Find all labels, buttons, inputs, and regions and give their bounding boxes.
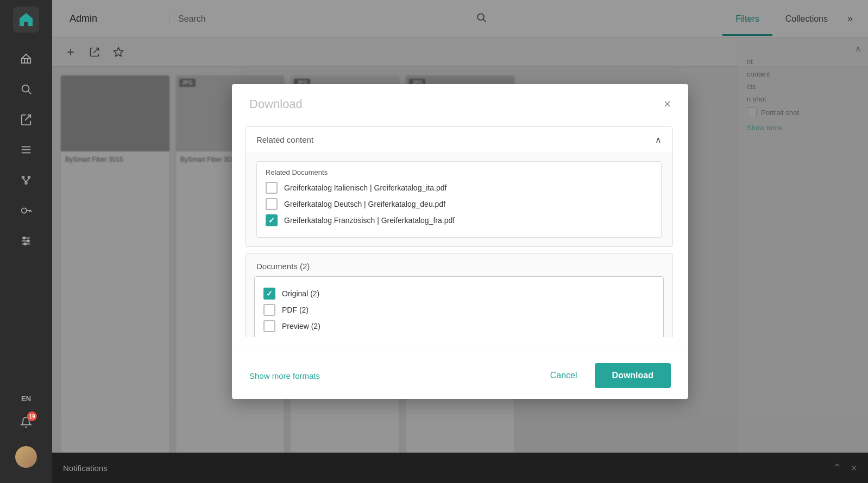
related-doc-label-1: Greiferkatalog Italienisch | Greiferkata… [284,183,446,192]
language-selector[interactable]: EN [21,395,31,403]
svg-point-7 [28,176,30,179]
related-content-body: Related Documents Greiferkatalog Italien… [246,152,672,246]
sidebar: EN 19 [0,0,52,483]
related-content-header: Related content ∧ [246,127,672,152]
modal-header: Download × [232,84,688,120]
documents-section-inner: Original (2) PDF (2) Preview (2) [254,276,664,337]
related-doc-checkbox-3[interactable] [266,214,278,226]
svg-point-19 [27,240,29,242]
related-doc-label-2: Greiferkatalog Deutsch | Greiferkatalog_… [284,200,445,208]
svg-point-11 [22,208,27,213]
doc-checkbox-pdf[interactable] [263,304,275,316]
sidebar-item-list[interactable] [13,137,39,163]
svg-line-9 [23,178,27,182]
related-documents-box: Related Documents Greiferkatalog Italien… [256,161,662,238]
svg-line-10 [26,178,29,182]
svg-point-6 [22,176,24,179]
doc-item-original[interactable]: Original (2) [263,288,655,300]
doc-item-preview[interactable]: Preview (2) [263,320,655,332]
modal-title: Download [249,97,303,111]
main-content-area: Admin Filters Collections » BySma [52,0,868,483]
svg-point-18 [23,237,26,239]
related-doc-item-1[interactable]: Greiferkatalog Italienisch | Greiferkata… [266,182,652,194]
related-doc-checkbox-1[interactable] [266,182,278,194]
svg-line-2 [28,91,31,94]
logo-icon [17,11,35,28]
doc-item-pdf[interactable]: PDF (2) [263,304,655,316]
related-doc-label-3: Greiferkatalog Französisch | Greiferkata… [284,216,455,225]
notifications-icon[interactable]: 19 [13,409,39,435]
modal-scroll-area[interactable]: Related content ∧ Related Documents Grei… [245,120,675,337]
documents-section: Documents (2) Original (2) PDF (2) [245,253,673,337]
related-documents-title: Related Documents [266,168,652,176]
show-more-formats-link[interactable]: Show more formats [249,371,320,380]
doc-label-preview: Preview (2) [282,322,320,331]
related-content-section: Related content ∧ Related Documents Grei… [245,126,673,247]
sidebar-item-key[interactable] [13,198,39,224]
related-doc-item-2[interactable]: Greiferkatalog Deutsch | Greiferkatalog_… [266,198,652,210]
notification-badge: 19 [27,411,37,421]
related-content-title: Related content [256,135,313,144]
svg-rect-0 [22,59,31,63]
cancel-button[interactable]: Cancel [542,366,586,385]
svg-point-1 [22,85,29,92]
doc-checkbox-original[interactable] [263,288,275,300]
sidebar-item-share[interactable] [13,106,39,132]
modal-footer-actions: Cancel Download [542,363,671,388]
related-doc-checkbox-2[interactable] [266,198,278,210]
doc-label-pdf: PDF (2) [282,306,309,314]
sidebar-item-sliders[interactable] [13,228,39,254]
user-avatar[interactable] [15,446,37,468]
modal-footer: Show more formats Cancel Download [232,352,688,399]
related-content-chevron[interactable]: ∧ [655,135,662,145]
modal-body: Related content ∧ Related Documents Grei… [232,120,688,352]
download-modal: Download × Related content ∧ Related Doc… [232,84,688,399]
doc-checkbox-preview[interactable] [263,320,275,332]
download-button[interactable]: Download [595,363,671,388]
documents-section-title: Documents (2) [246,254,672,274]
svg-point-8 [25,182,27,185]
sidebar-item-search[interactable] [13,76,39,102]
svg-point-20 [24,243,26,245]
sidebar-logo[interactable] [13,7,39,33]
modal-close-button[interactable]: × [664,98,671,110]
doc-label-original: Original (2) [282,289,319,298]
sidebar-item-branch[interactable] [13,167,39,193]
sidebar-item-home[interactable] [13,46,39,72]
related-doc-item-3[interactable]: Greiferkatalog Französisch | Greiferkata… [266,214,652,226]
